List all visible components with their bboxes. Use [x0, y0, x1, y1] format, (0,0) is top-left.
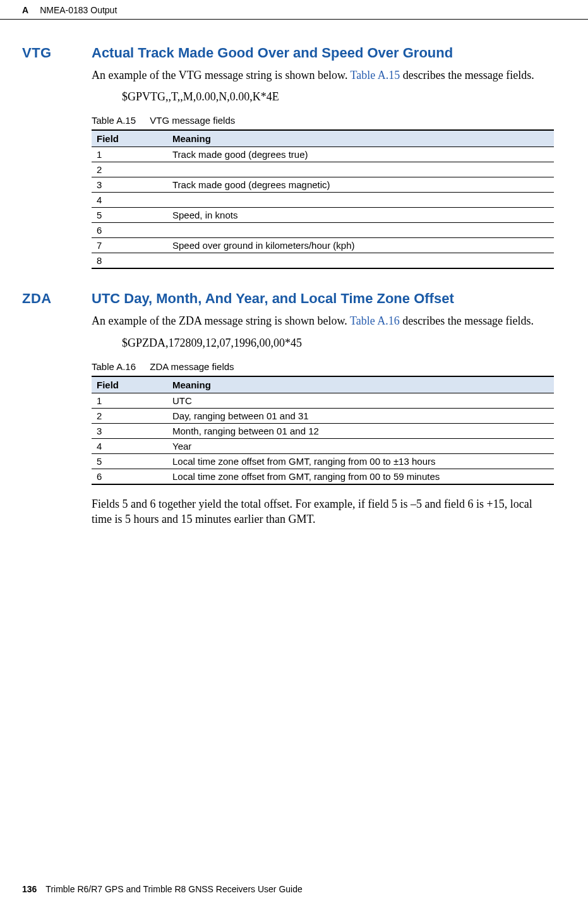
table-row: 6 [92, 223, 554, 238]
cell-field: 8 [92, 253, 167, 269]
vtg-table-caption: Table A.15 VTG message fields [92, 115, 554, 126]
cell-meaning: UTC [167, 393, 554, 408]
cell-field: 3 [92, 177, 167, 193]
cell-field: 7 [92, 238, 167, 253]
page-number: 136 [22, 884, 37, 894]
cell-field: 5 [92, 453, 167, 469]
cell-field: 1 [92, 393, 167, 408]
cell-meaning: Speed over ground in kilometers/hour (kp… [167, 238, 554, 253]
section-tag-zda: ZDA [22, 290, 92, 307]
cell-field: 6 [92, 469, 167, 484]
zda-intro-text-before: An example of the ZDA message string is … [92, 314, 350, 327]
table-row: 7Speed over ground in kilometers/hour (k… [92, 238, 554, 253]
section-title-zda: UTC Day, Month, And Year, and Local Time… [92, 290, 454, 307]
table-row: 1Track made good (degrees true) [92, 147, 554, 162]
vtg-example-string: $GPVTG,,T,,M,0.00,N,0.00,K*4E [122, 90, 554, 104]
page-header: A NMEA-0183 Output [0, 0, 588, 20]
table-row: 6Local time zone offset from GMT, rangin… [92, 469, 554, 484]
cell-field: 3 [92, 423, 167, 438]
zda-example-string: $GPZDA,172809,12,07,1996,00,00*45 [122, 337, 554, 350]
cell-field: 4 [92, 193, 167, 208]
section-tag-vtg: VTG [22, 45, 92, 61]
vtg-table-label: Table A.15 [92, 115, 136, 126]
vtg-table-link[interactable]: Table A.15 [351, 69, 400, 81]
zda-fields-table: Field Meaning 1UTC2Day, ranging between … [92, 376, 554, 485]
vtg-intro: An example of the VTG message string is … [92, 68, 554, 83]
zda-intro-text-after: describes the message fields. [400, 314, 534, 327]
cell-meaning: Year [167, 438, 554, 453]
table-row: 2 [92, 162, 554, 177]
section-zda: ZDA UTC Day, Month, And Year, and Local … [22, 290, 554, 527]
vtg-fields-table: Field Meaning 1Track made good (degrees … [92, 129, 554, 269]
cell-meaning [167, 162, 554, 177]
vtg-intro-text-after: describes the message fields. [400, 69, 534, 81]
zda-intro: An example of the ZDA message string is … [92, 313, 554, 328]
section-title-vtg: Actual Track Made Good Over and Speed Ov… [92, 45, 453, 61]
cell-meaning: Local time zone offset from GMT, ranging… [167, 453, 554, 469]
table-row: 4Year [92, 438, 554, 453]
table-row: 8 [92, 253, 554, 269]
cell-meaning [167, 253, 554, 269]
section-vtg: VTG Actual Track Made Good Over and Spee… [22, 45, 554, 269]
cell-meaning: Month, ranging between 01 and 12 [167, 423, 554, 438]
cell-meaning: Local time zone offset from GMT, ranging… [167, 469, 554, 484]
cell-meaning: Day, ranging between 01 and 31 [167, 408, 554, 423]
cell-meaning [167, 223, 554, 238]
vtg-table-title: VTG message fields [150, 115, 235, 126]
cell-field: 5 [92, 208, 167, 223]
table-row: 4 [92, 193, 554, 208]
zda-table-caption: Table A.16 ZDA message fields [92, 361, 554, 372]
cell-meaning: Speed, in knots [167, 208, 554, 223]
zda-postscript: Fields 5 and 6 together yield the total … [92, 496, 554, 527]
page-content: VTG Actual Track Made Good Over and Spee… [0, 20, 588, 527]
cell-meaning [167, 193, 554, 208]
table-row: 3Month, ranging between 01 and 12 [92, 423, 554, 438]
table-row: 1UTC [92, 393, 554, 408]
zda-col-meaning: Meaning [167, 376, 554, 393]
book-title: Trimble R6/R7 GPS and Trimble R8 GNSS Re… [45, 884, 302, 894]
zda-table-title: ZDA message fields [150, 361, 234, 372]
page-footer: 136 Trimble R6/R7 GPS and Trimble R8 GNS… [22, 884, 303, 894]
cell-meaning: Track made good (degrees magnetic) [167, 177, 554, 193]
cell-field: 4 [92, 438, 167, 453]
zda-table-label: Table A.16 [92, 361, 136, 372]
table-row: 3Track made good (degrees magnetic) [92, 177, 554, 193]
appendix-letter: A [22, 5, 28, 15]
table-row: 5Speed, in knots [92, 208, 554, 223]
cell-field: 2 [92, 408, 167, 423]
zda-col-field: Field [92, 376, 167, 393]
vtg-intro-text-before: An example of the VTG message string is … [92, 69, 351, 81]
cell-meaning: Track made good (degrees true) [167, 147, 554, 162]
table-row: 2Day, ranging between 01 and 31 [92, 408, 554, 423]
cell-field: 6 [92, 223, 167, 238]
appendix-title: NMEA-0183 Output [40, 5, 117, 15]
zda-table-link[interactable]: Table A.16 [350, 314, 400, 327]
cell-field: 1 [92, 147, 167, 162]
cell-field: 2 [92, 162, 167, 177]
table-row: 5Local time zone offset from GMT, rangin… [92, 453, 554, 469]
vtg-col-meaning: Meaning [167, 130, 554, 147]
vtg-col-field: Field [92, 130, 167, 147]
